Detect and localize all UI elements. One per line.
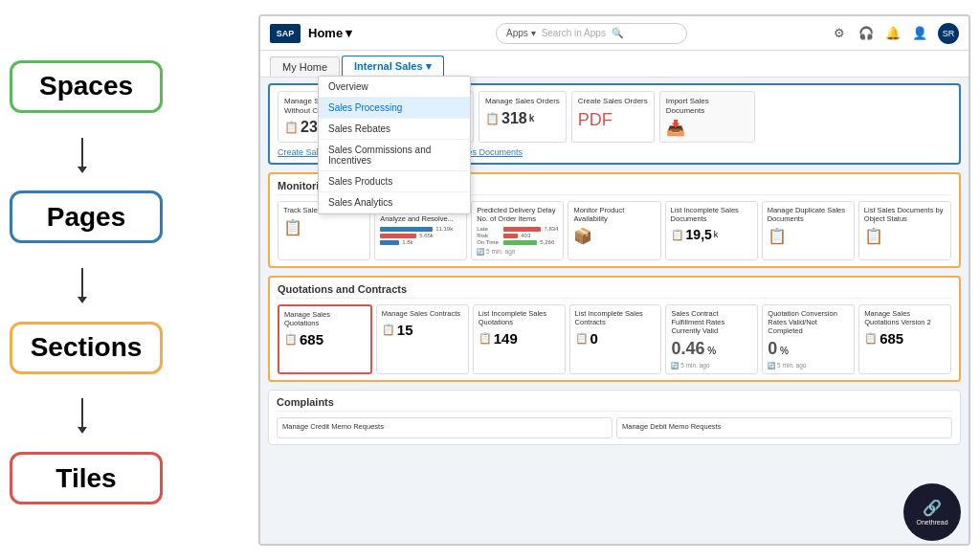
tile-title-4: Create Sales Orders (578, 97, 648, 106)
search-icon: 🔍 (612, 28, 623, 38)
sections-group: Sections (10, 322, 163, 374)
home-label[interactable]: Home ▾ (308, 26, 352, 40)
dropdown-item-sales-processing[interactable]: Sales Processing (319, 98, 470, 119)
settings-icon[interactable]: ⚙ (831, 25, 848, 42)
arrow-pages-sections (81, 268, 83, 297)
tile-title-3: Manage Sales Orders (485, 97, 560, 106)
pages-group: Pages (10, 190, 163, 243)
delivery-bar-risk: Risk403 (477, 233, 558, 238)
spaces-group: Spaces (10, 60, 163, 113)
arrow-spaces-pages (81, 138, 83, 167)
tile-list-incomplete-contracts[interactable]: List Incomplete Sales Contracts 📋 0 (569, 304, 662, 374)
search-placeholder: Search in Apps (542, 28, 606, 38)
tile-manage-debit-memo[interactable]: Manage Debit Memo Requests (616, 417, 952, 438)
complaints-tiles-row: Manage Credit Memo Requests Manage Debit… (277, 417, 952, 438)
sap-nav: My Home Internal Sales ▾ Overview Sales … (260, 51, 969, 78)
tile-value-3: 📋 318 k (485, 110, 560, 127)
onethread-logo: 🔗 Onethread (903, 483, 961, 541)
sections-text: Sections (31, 332, 143, 363)
tile-manage-sales-quotations[interactable]: Manage Sales Quotations 📋 685 (278, 304, 372, 374)
delivery-timestamp: 🔄 5 min. ago (477, 248, 558, 256)
dropdown-item-sales-commissions[interactable]: Sales Commissions and Incentives (319, 140, 470, 171)
quotations-title: Quotations and Contracts (278, 283, 951, 299)
tile-sales-contract-fulfillment[interactable]: Sales Contract Fulfillment Rates Current… (665, 304, 758, 374)
fulfillment-chart: 11.19k 5.65k 1.8k (380, 226, 461, 245)
dropdown-item-sales-analytics[interactable]: Sales Analytics (319, 192, 470, 213)
delivery-bar-ontime: On Time5,266 (477, 239, 558, 245)
delivery-bar-late: Late7,834 (477, 226, 558, 232)
tile-manage-sales-orders-2[interactable]: Manage Sales Orders 📋 318 k (479, 91, 567, 143)
tiles-group: Tiles (10, 452, 163, 504)
notification-icon[interactable]: 🔔 (884, 25, 902, 42)
user-avatar[interactable]: SR (938, 23, 959, 44)
spaces-label: Spaces (10, 60, 163, 113)
delivery-chart: Late7,834 Risk403 On Time5,266 (477, 226, 558, 245)
fulfillment-bar-3: 1.8k (380, 239, 461, 245)
search-box[interactable]: Apps ▾ Search in Apps 🔍 (496, 23, 687, 44)
onethread-icon: 🔗 (923, 499, 942, 517)
pages-label: Pages (10, 190, 163, 243)
tile-import-sales-docs[interactable]: Import Sales Documents 📥 (659, 91, 755, 143)
fulfillment-bar-2: 5.65k (380, 233, 461, 238)
nav-dropdown: Overview Sales Processing Sales Rebates … (318, 76, 471, 214)
dropdown-item-sales-products[interactable]: Sales Products (319, 171, 470, 192)
apps-dropdown[interactable]: Apps ▾ (506, 28, 536, 38)
sap-header: SAP Home ▾ Apps ▾ Search in Apps 🔍 ⚙ 🎧 🔔… (260, 16, 969, 51)
search-area: Apps ▾ Search in Apps 🔍 (360, 23, 823, 44)
fulfillment-bar-1: 11.19k (380, 226, 461, 232)
onethread-label: Onethread (916, 519, 947, 526)
tab-my-home[interactable]: My Home (270, 56, 340, 77)
conversion-timestamp: 🔄 5 min. ago (768, 362, 849, 370)
tile-title-5: Import Sales Documents (666, 97, 748, 115)
main-wrapper: Spaces Pages Sections Tiles SAP (0, 0, 980, 560)
tiles-text: Tiles (56, 463, 116, 494)
spaces-text: Spaces (39, 71, 133, 101)
pdf-icon: PDF (578, 110, 648, 130)
tile-list-incomplete-quotations[interactable]: List Incomplete Sales Quotations 📋 149 (473, 304, 566, 374)
tile-list-sales-docs-object-status[interactable]: List Sales Documents by Object Status 📋 (858, 201, 951, 260)
tab-internal-sales[interactable]: Internal Sales ▾ (342, 56, 444, 77)
fulfillment-timestamp: 🔄 5 min. ago (671, 362, 752, 370)
tile-predicted-delivery[interactable]: Predicted Delivery DelayNo. of Order Ite… (471, 201, 564, 260)
tiles-label: Tiles (10, 452, 163, 504)
tile-manage-credit-memo[interactable]: Manage Credit Memo Requests (277, 417, 612, 438)
header-icons: ⚙ 🎧 🔔 👤 SR (831, 23, 959, 44)
quotations-tiles-row: Manage Sales Quotations 📋 685 Manage Sal… (278, 304, 951, 374)
tile-manage-duplicate-sales-docs[interactable]: Manage Duplicate Sales Documents 📋 (762, 201, 855, 260)
complaints-section: Complaints Manage Credit Memo Requests M… (268, 390, 961, 445)
sap-ui-area: SAP Home ▾ Apps ▾ Search in Apps 🔍 ⚙ 🎧 🔔… (258, 14, 970, 546)
sections-label: Sections (10, 322, 163, 374)
labels-area: Spaces Pages Sections Tiles (10, 29, 263, 536)
quotations-section: Quotations and Contracts Manage Sales Qu… (268, 276, 961, 382)
pages-text: Pages (47, 202, 126, 233)
complaints-title: Complaints (277, 396, 952, 412)
tile-list-incomplete-sales-docs[interactable]: List Incomplete Sales Documents 📋 19,5k (665, 201, 758, 260)
dropdown-item-sales-rebates[interactable]: Sales Rebates (319, 119, 470, 140)
tile-monitor-product-availability[interactable]: Monitor Product Availability 📦 (568, 201, 660, 260)
sap-logo: SAP (270, 24, 301, 43)
dropdown-item-overview[interactable]: Overview (319, 77, 470, 98)
tile-create-sales-orders-pdf[interactable]: Create Sales Orders PDF (571, 91, 655, 143)
user-icon[interactable]: 👤 (911, 25, 928, 42)
tile-quotation-conversion-rates[interactable]: Quotation Conversion Rates Valid/Not Com… (762, 304, 855, 374)
headset-icon[interactable]: 🎧 (858, 25, 875, 42)
tile-manage-sales-quotations-v2[interactable]: Manage Sales Quotations Version 2 📋 685 (858, 304, 951, 374)
sap-logo-text: SAP (277, 29, 295, 38)
arrow-sections-tiles (81, 398, 83, 427)
tile-manage-sales-contracts[interactable]: Manage Sales Contracts 📋 15 (376, 304, 469, 374)
